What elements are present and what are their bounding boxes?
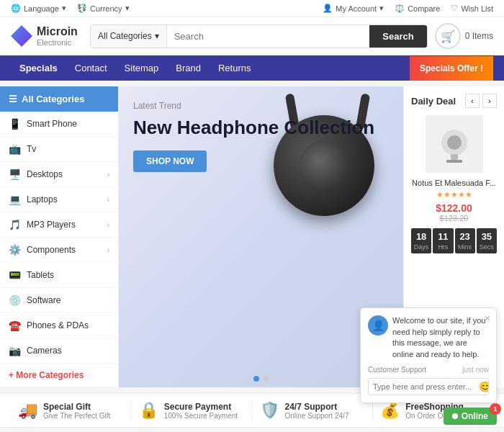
sidebar-phones-label: Phones & PDAs (27, 320, 89, 330)
nav-contact[interactable]: Contact (66, 55, 116, 81)
online-badge[interactable]: Online 1 (444, 408, 497, 425)
phone-icon: ☎️ (9, 320, 21, 331)
top-bar: 🌐 Language ▾ 💱 Currency ▾ 👤 My Account ▾… (0, 0, 504, 17)
deal-old-price: $123.20 (411, 214, 497, 222)
language-selector[interactable]: 🌐 Language ▾ (11, 4, 66, 13)
logo[interactable]: Microin Electronic (11, 24, 83, 48)
wishlist-link[interactable]: ♡ Wish List (451, 4, 493, 13)
emoji-icon[interactable]: 😊 (479, 381, 489, 392)
mp3-icon: 🎵 (9, 219, 21, 230)
feature-special-gift: 🚚 Special Gift Give The Perfect Gift (11, 401, 132, 420)
feature-payment-sub: 100% Secure Payment (164, 412, 238, 420)
sidebar-item-smartphone[interactable]: 📱 Smart Phone (0, 112, 118, 137)
hero-shop-now-button[interactable]: SHOP NOW (133, 150, 207, 172)
lock-icon: 🔒 (139, 401, 158, 420)
chat-agent-name: Customer Support (368, 366, 426, 374)
logo-name: Microin (37, 24, 78, 38)
navigation: Specials Contact Sitemap Brand Returns S… (0, 55, 504, 81)
timer-hrs-value: 11 (434, 231, 451, 242)
category-chevron: ▾ (155, 31, 159, 41)
deal-prev-button[interactable]: ‹ (465, 94, 480, 108)
svg-rect-3 (446, 160, 462, 163)
globe-icon: 🌐 (11, 4, 21, 13)
feature-support-sub: Online Support 24/7 (285, 412, 349, 420)
nav-returns[interactable]: Returns (210, 55, 260, 81)
hero-title: New Headphone Collection (133, 117, 374, 139)
currency-label: Currency (90, 4, 122, 13)
nav-offer-badge: Specials Offer ! (410, 56, 493, 81)
chat-close-button[interactable]: × (485, 312, 490, 324)
chat-agent-info: Customer Support just now (368, 366, 489, 374)
grid-icon: ☰ (9, 94, 17, 104)
sidebar-desktops-label: Desktops (27, 169, 63, 179)
hero-label: Latest Trend (133, 101, 374, 111)
nav-brand[interactable]: Brand (167, 55, 210, 81)
account-label: My Account (336, 4, 377, 13)
currency-selector[interactable]: 💱 Currency ▾ (77, 4, 130, 13)
account-menu[interactable]: 👤 My Account ▾ (323, 4, 384, 13)
chevron-right-icon: › (107, 196, 109, 204)
gift-icon: 🚚 (18, 401, 37, 420)
more-categories-label: + More Categories (9, 370, 84, 380)
account-chevron: ▾ (379, 4, 384, 13)
camera-product-icon (436, 122, 472, 166)
all-categories-btn[interactable]: ☰ All Categories (0, 86, 118, 112)
sidebar-item-components[interactable]: ⚙️ Components › (0, 238, 118, 263)
sidebar-item-more[interactable]: + More Categories (0, 364, 118, 387)
sidebar-item-desktops[interactable]: 🖥️ Desktops › (0, 162, 118, 187)
feature-support: 🛡️ 24/7 Support Online Support 24/7 (253, 401, 374, 420)
money-icon: 💰 (380, 401, 400, 420)
logo-icon (11, 25, 32, 47)
heart-icon: ♡ (451, 4, 458, 13)
sidebar-item-tablets[interactable]: 📟 Tablets (0, 263, 118, 288)
search-bar: All Categories ▾ Search (90, 24, 428, 48)
online-label: Online (462, 411, 488, 421)
language-label: Language (24, 4, 59, 13)
feature-payment-title: Secure Payment (164, 402, 238, 412)
svg-rect-2 (451, 154, 458, 160)
sidebar-smartphone-label: Smart Phone (27, 119, 77, 129)
sidebar-item-software[interactable]: 💿 Software (0, 288, 118, 313)
tablet-icon: 📟 (9, 269, 21, 281)
nav-sitemap[interactable]: Sitemap (116, 55, 168, 81)
category-dropdown[interactable]: All Categories ▾ (91, 25, 167, 48)
deal-navigation: ‹ › (465, 94, 497, 108)
compare-icon: ⚖️ (395, 4, 405, 13)
daily-deal-header: Daily Deal ‹ › (411, 94, 497, 108)
sidebar-components-label: Components (27, 245, 76, 255)
timer-hrs-label: Hrs (434, 243, 451, 251)
chevron-right-icon: › (107, 246, 109, 254)
sidebar-item-cameras[interactable]: 📷 Cameras (0, 338, 118, 364)
sidebar-item-tv[interactable]: 📺 Tv (0, 137, 118, 162)
language-chevron: ▾ (62, 4, 66, 13)
feature-secure-payment: 🔒 Secure Payment 100% Secure Payment (132, 401, 253, 420)
sidebar-tablets-label: Tablets (27, 270, 54, 280)
timer-mins-value: 23 (456, 231, 474, 242)
desktop-icon: 🖥️ (9, 168, 21, 180)
cart-area[interactable]: 🛒 0 Items (435, 23, 493, 49)
sidebar-item-mp3[interactable]: 🎵 MP3 Players › (0, 212, 118, 238)
hero-dot-active[interactable] (253, 376, 259, 382)
deal-next-button[interactable]: › (482, 94, 497, 108)
currency-icon: 💱 (77, 4, 87, 13)
sidebar-item-laptops[interactable]: 💻 Laptops › (0, 187, 118, 212)
sidebar-software-label: Software (27, 295, 60, 305)
hero-text: Latest Trend New Headphone Collection SH… (133, 101, 374, 172)
nav-specials[interactable]: Specials (11, 55, 66, 81)
online-notification-badge: 1 (490, 403, 501, 415)
timer-mins: 23 Mins (455, 228, 475, 253)
compare-link[interactable]: ⚖️ Compare (395, 4, 440, 13)
sidebar-item-phones-pdas[interactable]: ☎️ Phones & PDAs (0, 313, 118, 338)
chat-input[interactable] (369, 379, 477, 395)
sidebar-laptops-label: Laptops (27, 194, 58, 204)
deal-current-price: $122.00 (411, 202, 497, 214)
search-input[interactable] (167, 25, 370, 48)
cart-icon: 🛒 (435, 23, 461, 49)
hero-dot-inactive[interactable] (264, 376, 269, 382)
deal-product-name: Notus Et Malesuada F... (411, 179, 497, 187)
chat-actions: 😊 📎 (477, 379, 489, 395)
search-button[interactable]: Search (369, 25, 426, 48)
sidebar-cameras-label: Cameras (27, 346, 62, 356)
category-label: All Categories (98, 31, 152, 41)
shield-icon: 🛡️ (260, 401, 279, 420)
